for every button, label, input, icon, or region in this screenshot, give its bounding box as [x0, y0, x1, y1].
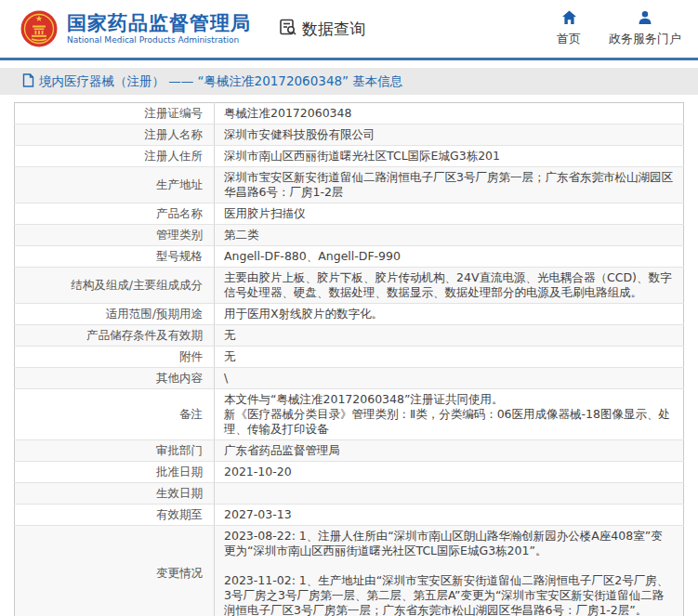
row-value: 第二类 — [215, 225, 684, 246]
nav-home-label: 首页 — [557, 31, 581, 47]
table-row: 其他内容\ — [15, 368, 684, 389]
table-row: 备注本文件与“粤械注准20172060348”注册证共同使用。 新《医疗器械分类… — [15, 389, 684, 440]
doc-search-icon — [279, 18, 297, 40]
info-table: 注册证编号粤械注准20172060348注册人名称深圳市安健科技股份有限公司注册… — [14, 102, 684, 616]
row-label: 适用范围/预期用途 — [15, 304, 215, 325]
row-value: 粤械注准20172060348 — [215, 103, 684, 125]
row-label: 附件 — [15, 347, 215, 368]
document-icon — [22, 73, 34, 90]
row-label: 注册人住所 — [15, 146, 215, 167]
row-label: 管理类别 — [15, 225, 215, 246]
user-icon — [638, 10, 652, 28]
table-row: 注册证编号粤械注准20172060348 — [15, 103, 684, 125]
table-row: 生产地址深圳市宝安区新安街道留仙二路润恒电子厂区3号厂房第一层；广东省东莞市松山… — [15, 167, 684, 203]
row-value: 2027-03-13 — [215, 505, 684, 526]
table-row: 生效日期 — [15, 483, 684, 505]
row-label: 其他内容 — [15, 368, 215, 389]
table-row: 有效期至2027-03-13 — [15, 505, 684, 526]
row-label: 生效日期 — [15, 483, 215, 505]
row-label: 产品储存条件及有效期 — [15, 325, 215, 347]
row-label: 生产地址 — [15, 167, 215, 203]
row-value: 主要由胶片上板、胶片下板、胶片传动机构、24V直流电源、光电耦合器（CCD)、数… — [215, 268, 684, 304]
row-value: 深圳市南山区西丽街道曙光社区TCL国际E城G3栋201 — [215, 146, 684, 167]
home-icon — [561, 10, 577, 28]
row-label: 结构及组成/主要组成成分 — [15, 268, 215, 304]
row-label: 型号规格 — [15, 246, 215, 268]
info-table-body: 注册证编号粤械注准20172060348注册人名称深圳市安健科技股份有限公司注册… — [15, 103, 684, 616]
page: 国家药品监督管理局 National Medical Products Admi… — [0, 0, 698, 606]
table-row: 结构及组成/主要组成成分主要由胶片上板、胶片下板、胶片传动机构、24V直流电源、… — [15, 268, 684, 304]
table-row: 适用范围/预期用途用于医用X射线胶片的数字化。 — [15, 304, 684, 325]
table-row: 注册人住所深圳市南山区西丽街道曙光社区TCL国际E城G3栋201 — [15, 146, 684, 167]
row-value: 无 — [215, 347, 684, 368]
breadcrumb-text: 境内医疗器械（注册） —— “粤械注准20172060348” 基本信息 — [39, 73, 402, 90]
site-title: 国家药品监督管理局 — [67, 12, 251, 34]
row-value: \ — [215, 368, 684, 389]
row-label: 备注 — [15, 389, 215, 440]
row-label: 注册证编号 — [15, 103, 215, 125]
row-value: 广东省药品监督管理局 — [215, 440, 684, 462]
table-row: 审批部门广东省药品监督管理局 — [15, 440, 684, 462]
registration-info: 注册证编号粤械注准20172060348注册人名称深圳市安健科技股份有限公司注册… — [0, 95, 698, 616]
table-row: 变更情况2023-08-22: 1、注册人住所由“深圳市南山区朗山路华瀚创新园办… — [15, 526, 684, 616]
data-query-label: 数据查询 — [302, 19, 365, 40]
row-value: 本文件与“粤械注准20172060348”注册证共同使用。 新《医疗器械分类目录… — [215, 389, 684, 440]
table-row: 管理类别第二类 — [15, 225, 684, 246]
nav-home[interactable]: 首页 — [557, 10, 581, 47]
table-row: 产品储存条件及有效期无 — [15, 325, 684, 347]
table-row: 注册人名称深圳市安健科技股份有限公司 — [15, 125, 684, 146]
nav-service-portal[interactable]: 政务服务门户 — [609, 10, 681, 47]
site-header: 国家药品监督管理局 National Medical Products Admi… — [0, 0, 698, 58]
header-divider — [0, 58, 698, 60]
row-label: 批准日期 — [15, 462, 215, 483]
breadcrumb: 境内医疗器械（注册） —— “粤械注准20172060348” 基本信息 — [0, 68, 698, 95]
header-nav: 首页 政务服务门户 — [557, 10, 681, 47]
row-value: 无 — [215, 325, 684, 347]
table-row: 批准日期2021-10-20 — [15, 462, 684, 483]
row-value: 深圳市宝安区新安街道留仙二路润恒电子厂区3号厂房第一层；广东省东莞市松山湖园区华… — [215, 167, 684, 203]
site-subtitle: National Medical Products Administration — [67, 34, 251, 46]
table-row: 附件无 — [15, 347, 684, 368]
row-value: 医用胶片扫描仪 — [215, 203, 684, 225]
row-label: 注册人名称 — [15, 125, 215, 146]
row-value: Angell-DF-880、Angell-DF-990 — [215, 246, 684, 268]
row-value: 深圳市安健科技股份有限公司 — [215, 125, 684, 146]
table-row: 产品名称医用胶片扫描仪 — [15, 203, 684, 225]
nav-portal-label: 政务服务门户 — [609, 31, 681, 47]
data-query-tab[interactable]: 数据查询 — [279, 18, 365, 40]
row-label: 审批部门 — [15, 440, 215, 462]
brand-text: 国家药品监督管理局 National Medical Products Admi… — [67, 12, 251, 46]
row-value: 用于医用X射线胶片的数字化。 — [215, 304, 684, 325]
row-label: 变更情况 — [15, 526, 215, 616]
row-label: 有效期至 — [15, 505, 215, 526]
row-value: 2021-10-20 — [215, 462, 684, 483]
brand: 国家药品监督管理局 National Medical Products Admi… — [20, 10, 251, 47]
row-value — [215, 483, 684, 505]
national-emblem-logo — [20, 10, 58, 47]
row-label: 产品名称 — [15, 203, 215, 225]
row-value: 2023-08-22: 1、注册人住所由“深圳市南山区朗山路华瀚创新园办公楼A座… — [215, 526, 684, 616]
table-row: 型号规格Angell-DF-880、Angell-DF-990 — [15, 246, 684, 268]
